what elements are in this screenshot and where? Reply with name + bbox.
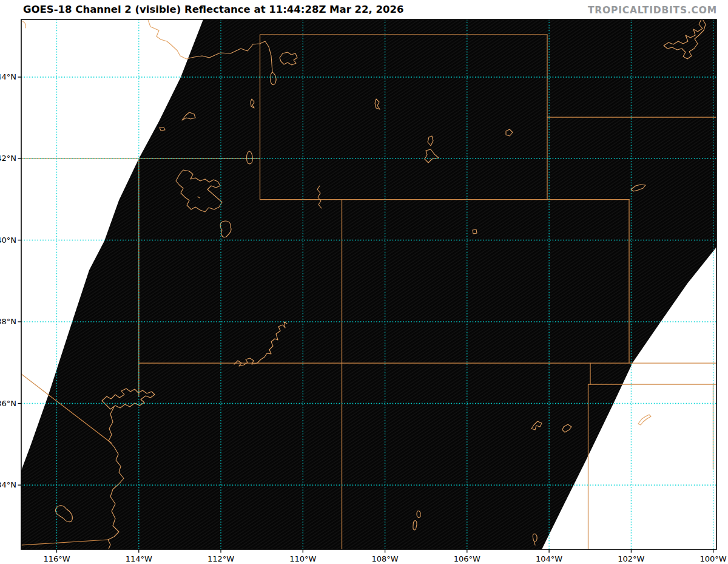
y-axis-tick-label: 40°N: [0, 236, 16, 245]
map-plot: 116°W114°W112°W110°W108°W106°W104°W102°W…: [0, 0, 728, 564]
satellite-map-canvas: [0, 0, 728, 564]
map-layers: [21, 18, 716, 551]
x-axis-tick-label: 104°W: [522, 554, 576, 563]
x-axis-tick-label: 110°W: [275, 554, 330, 563]
x-axis-tick-label: 114°W: [112, 554, 166, 563]
x-axis-tick-label: 102°W: [604, 554, 658, 563]
y-axis-tick-label: 36°N: [0, 399, 16, 408]
scanline-hatch: [21, 19, 716, 549]
y-axis-tick-label: 38°N: [0, 317, 16, 326]
y-axis-tick-label: 42°N: [0, 154, 16, 163]
x-axis-tick-label: 106°W: [440, 554, 494, 563]
x-axis-tick-label: 108°W: [358, 554, 413, 563]
water-lake-meredith: [638, 415, 651, 425]
water-river-top-left-corner: [21, 21, 26, 28]
x-axis-tick-label: 100°W: [686, 554, 728, 563]
y-axis-tick-label: 44°N: [0, 72, 16, 81]
goes18-satellite-view: GOES-18 Channel 2 (visible) Reflectance …: [0, 0, 728, 564]
x-axis-tick-label: 116°W: [30, 554, 84, 563]
x-axis-tick-label: 112°W: [194, 554, 248, 563]
y-axis-tick-label: 34°N: [0, 480, 16, 489]
